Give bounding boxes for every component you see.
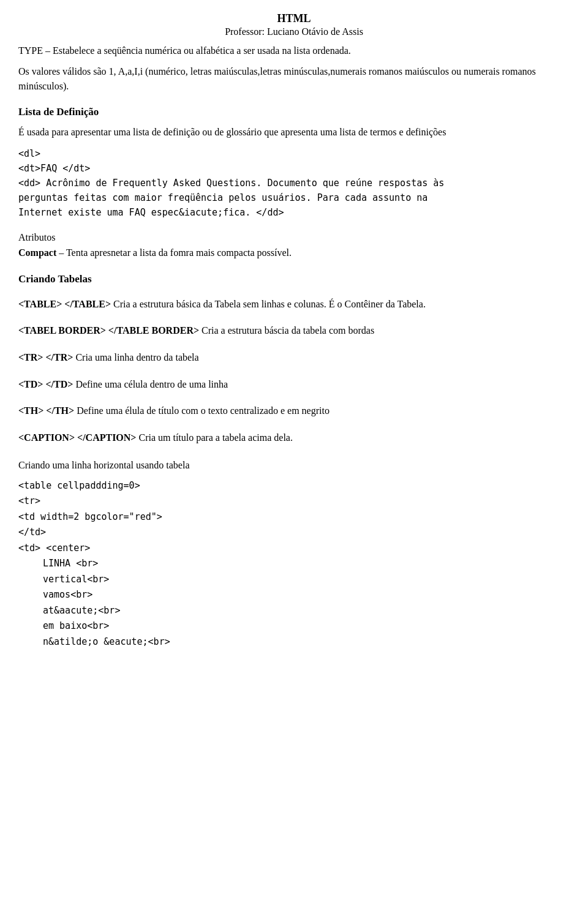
code-line-dl: <dl> [18, 146, 570, 161]
table-tag-5: <CAPTION> </CAPTION> [18, 432, 136, 443]
table-desc-0: Cria a estrutura básica da Tabela sem li… [113, 299, 426, 309]
hcode-line-5: LINHA <br> [18, 556, 570, 572]
hcode-line-0: <table cellpaddding=0> [18, 478, 570, 494]
table-item-4: <TH> </TH> Define uma élula de título co… [18, 403, 570, 419]
hcode-line-1: <tr> [18, 494, 570, 509]
horizontal-line-section: Criando uma linha horizontal usando tabe… [18, 457, 570, 650]
code-line-dd3: Internet existe uma FAQ espec&iacute;fic… [18, 205, 570, 220]
table-desc-1: Cria a estrutura báscia da tabela com bo… [202, 325, 374, 336]
hcode-line-4: <td> <center> [18, 541, 570, 557]
horizontal-line-code: <table cellpaddding=0> <tr> <td width=2 … [18, 478, 570, 650]
table-desc-4: Define uma élula de título com o texto c… [77, 405, 330, 416]
table-item-1: <TABEL BORDER> </TABLE BORDER> Cria a es… [18, 323, 570, 339]
table-tag-2: <TR> </TR> [18, 352, 73, 362]
table-item-2: <TR> </TR> Cria uma linha dentro da tabe… [18, 350, 570, 366]
hcode-line-8: at&aacute;<br> [18, 603, 570, 619]
hcode-line-7: vamos<br> [18, 587, 570, 603]
table-tag-4: <TH> </TH> [18, 405, 74, 416]
table-tag-0: <TABLE> </TABLE> [18, 299, 111, 309]
hcode-line-2: <td width=2 bgcolor="red"> [18, 509, 570, 525]
table-tag-3: <TD> </TD> [18, 379, 73, 389]
page-title: HTML [18, 12, 570, 25]
professor-line: Professor: Luciano Otávio de Assis [18, 26, 570, 37]
lista-definicao-heading: Lista de Definição [18, 106, 570, 118]
compact-description: – Tenta apresnetar a lista da fomra mais… [56, 247, 292, 258]
hcode-line-3: </td> [18, 525, 570, 541]
criando-tabelas-heading: Criando Tabelas [18, 273, 570, 285]
atributos-label: Atributos [18, 232, 55, 242]
hcode-line-6: vertical<br> [18, 572, 570, 588]
table-desc-3: Define uma célula dentro de uma linha [75, 379, 228, 389]
type-paragraph-2: Os valores válidos são 1, A,a,I,i (numér… [18, 64, 570, 94]
atributos-section: Atributos Compact – Tenta apresnetar a l… [18, 230, 570, 261]
code-line-dd2: perguntas feitas com maior freqüência pe… [18, 190, 570, 205]
table-desc-5: Cria um título para a tabela acima dela. [138, 432, 292, 443]
table-tag-1: <TABEL BORDER> </TABLE BORDER> [18, 325, 199, 336]
hcode-line-10: n&atilde;o &eacute;<br> [18, 634, 570, 650]
table-item-0: <TABLE> </TABLE> Cria a estrutura básica… [18, 296, 570, 312]
table-item-3: <TD> </TD> Define uma célula dentro de u… [18, 377, 570, 393]
code-line-dt: <dt>FAQ </dt> [18, 161, 570, 176]
hcode-line-9: em baixo<br> [18, 618, 570, 634]
lista-definicao-code: <dl> <dt>FAQ </dt> <dd> Acrônimo de Freq… [18, 146, 570, 220]
table-item-5: <CAPTION> </CAPTION> Cria um título para… [18, 430, 570, 446]
type-paragraph-1: TYPE – Estabelece a seqüência numérica o… [18, 43, 570, 58]
code-line-dd1: <dd> Acrônimo de Frequently Asked Questi… [18, 176, 570, 190]
compact-label: Compact [18, 247, 56, 258]
lista-definicao-intro: É usada para apresentar uma lista de def… [18, 124, 570, 140]
table-desc-2: Cria uma linha dentro da tabela [75, 352, 198, 362]
horizontal-line-heading: Criando uma linha horizontal usando tabe… [18, 457, 570, 473]
